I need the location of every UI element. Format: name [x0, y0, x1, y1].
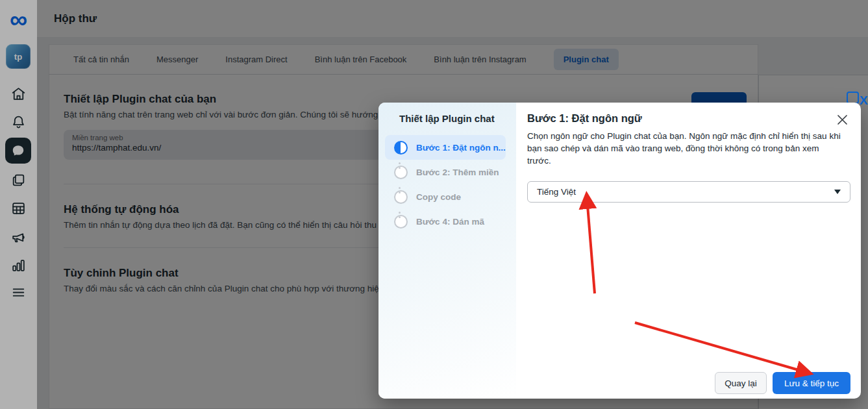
- modal-steps-panel: Thiết lập Plugin chat Bước 1: Đặt ngôn n…: [378, 103, 516, 399]
- modal-step-description: Chọn ngôn ngữ cho Plugin chat của bạn. N…: [527, 130, 843, 167]
- plugin-setup-modal: Thiết lập Plugin chat Bước 1: Đặt ngôn n…: [378, 103, 861, 399]
- language-select[interactable]: Tiếng Việt: [527, 181, 850, 203]
- step-label: Bước 2: Thêm miền: [416, 167, 499, 177]
- step-connector-dots: [399, 212, 401, 221]
- step-progress-icon: [394, 141, 408, 155]
- step-connector-dots: [399, 162, 401, 171]
- back-button[interactable]: Quay lại: [715, 372, 767, 394]
- step-circle-icon: [394, 215, 408, 229]
- modal-overlay-sidebar: [0, 0, 37, 409]
- step-connector-dots: [399, 187, 401, 196]
- language-select-value: Tiếng Việt: [537, 187, 834, 197]
- step-item-1[interactable]: Bước 1: Đặt ngôn n...: [378, 135, 516, 160]
- chevron-down-icon: [834, 190, 841, 194]
- modal-step-title: Bước 1: Đặt ngôn ngữ: [527, 112, 642, 125]
- modal-steps-title: Thiết lập Plugin chat: [399, 113, 495, 124]
- step-label: Bước 4: Dán mã: [416, 217, 484, 227]
- step-label: Copy code: [416, 192, 461, 202]
- step-circle-icon: [394, 190, 408, 204]
- step-circle-icon: [394, 166, 408, 179]
- right-panel-close-label[interactable]: X: [860, 93, 868, 108]
- step-label: Bước 1: Đặt ngôn n...: [416, 143, 506, 153]
- save-continue-button[interactable]: Lưu & tiếp tục: [773, 372, 850, 394]
- close-icon[interactable]: [834, 112, 850, 127]
